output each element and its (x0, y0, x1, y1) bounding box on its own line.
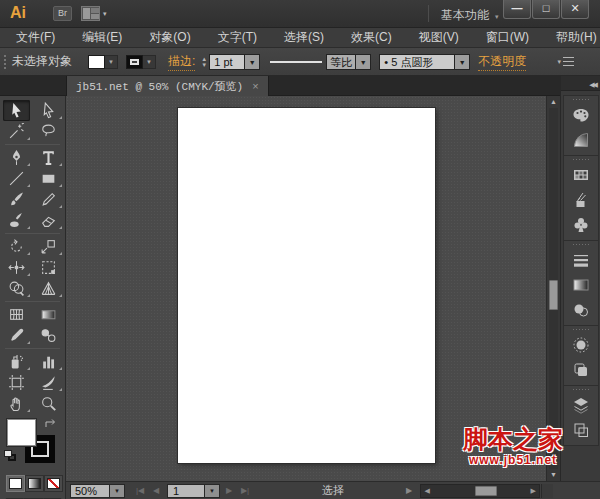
fill-color-control[interactable]: ▼ (88, 55, 118, 69)
tool-eraser[interactable] (33, 210, 66, 231)
horizontal-scrollbar[interactable]: ◀ ▶ (420, 484, 540, 498)
bridge-button[interactable]: Br (53, 6, 72, 21)
scroll-down-icon[interactable]: ▼ (547, 469, 560, 481)
panel-graphic-styles[interactable] (564, 357, 598, 382)
panel-swatches[interactable] (564, 162, 598, 187)
tool-eyedropper[interactable] (0, 325, 33, 346)
next-artboard-button[interactable]: ▶ (222, 486, 236, 495)
workspace-switcher[interactable]: 基本功能▾ (441, 7, 499, 24)
stroke-dropdown-button[interactable]: ▼ (143, 55, 156, 69)
panel-transparency[interactable] (564, 297, 598, 322)
tool-width[interactable] (0, 257, 33, 278)
panel-color-guide[interactable] (564, 127, 598, 152)
panel-color[interactable] (564, 102, 598, 127)
zoom-level-field[interactable]: 50% (70, 484, 110, 498)
last-artboard-button[interactable]: ▶| (238, 486, 252, 495)
scroll-left-icon[interactable]: ◀ (421, 485, 433, 497)
tool-rotate[interactable] (0, 236, 33, 257)
tool-lasso[interactable] (33, 121, 66, 142)
panel-layers[interactable] (564, 392, 598, 417)
horizontal-scroll-track[interactable] (433, 485, 527, 497)
tool-line-segment[interactable] (0, 168, 33, 189)
menu-window[interactable]: 窗口(W) (478, 27, 537, 48)
tool-artboard[interactable] (0, 372, 33, 393)
tool-blend[interactable] (33, 325, 66, 346)
menu-object[interactable]: 对象(O) (141, 27, 198, 48)
first-artboard-button[interactable]: |◀ (133, 486, 147, 495)
tool-zoom[interactable] (33, 393, 66, 414)
menu-edit[interactable]: 编辑(E) (74, 27, 130, 48)
tool-pencil[interactable] (33, 189, 66, 210)
panel-brushes[interactable] (564, 187, 598, 212)
width-profile-dropdown[interactable]: ▼ (356, 54, 371, 70)
close-button[interactable]: ✕ (561, 0, 589, 19)
menu-type[interactable]: 文字(T) (210, 27, 265, 48)
brush-dropdown[interactable]: ▼ (455, 54, 470, 70)
arrange-documents-button[interactable]: ▾ (81, 6, 107, 21)
panel-gradient[interactable] (564, 272, 598, 297)
opacity-panel-link[interactable]: 不透明度 (478, 53, 526, 71)
stroke-width-field[interactable]: 1 pt (209, 54, 245, 70)
vertical-scroll-track[interactable] (549, 108, 558, 469)
tool-scale[interactable] (33, 236, 66, 257)
menu-help[interactable]: 帮助(H) (548, 27, 600, 48)
tool-column-graph[interactable] (33, 351, 66, 372)
none-button[interactable] (44, 475, 63, 492)
tool-paintbrush[interactable] (0, 189, 33, 210)
tool-type[interactable] (33, 147, 66, 168)
tool-symbol-sprayer[interactable] (0, 351, 33, 372)
panel-appearance[interactable] (564, 332, 598, 357)
tool-blob-brush[interactable] (0, 210, 33, 231)
brush-definition-field[interactable]: • 5 点圆形 (379, 54, 455, 70)
zoom-dropdown-button[interactable]: ▼ (110, 484, 125, 498)
stroke-color-control[interactable]: ▼ (126, 55, 156, 69)
swap-fill-stroke-icon[interactable] (44, 418, 57, 433)
artboard-number-field[interactable]: 1 (167, 484, 205, 498)
stroke-color-swatch[interactable] (126, 55, 143, 69)
tool-slice[interactable] (33, 372, 66, 393)
menu-select[interactable]: 选择(S) (276, 27, 332, 48)
artboard[interactable] (178, 108, 435, 463)
scroll-up-icon[interactable]: ▲ (547, 96, 560, 108)
document-tab[interactable]: jb51.net @ 50% (CMYK/预览) × (66, 76, 269, 96)
color-button[interactable] (6, 475, 25, 492)
stroke-width-dropdown[interactable]: ▼ (245, 54, 260, 70)
scroll-right-icon[interactable]: ▶ (527, 485, 539, 497)
tool-gradient[interactable] (33, 304, 66, 325)
panel-stroke[interactable] (564, 247, 598, 272)
menu-file[interactable]: 文件(F) (8, 27, 63, 48)
menu-effect[interactable]: 效果(C) (343, 27, 400, 48)
tool-direct-selection[interactable] (33, 100, 66, 121)
fill-color-swatch[interactable] (88, 55, 105, 69)
fill-dropdown-button[interactable]: ▼ (105, 55, 118, 69)
tool-shape-builder[interactable] (0, 278, 33, 299)
fill-proxy[interactable] (7, 419, 36, 446)
tool-mesh[interactable] (0, 304, 33, 325)
tool-magic-wand[interactable] (0, 121, 33, 142)
tool-hand[interactable] (0, 393, 33, 414)
minimize-button[interactable]: — (503, 0, 531, 19)
vertical-scrollbar[interactable]: ▲ ▼ (546, 96, 560, 481)
artboard-dropdown-button[interactable]: ▼ (205, 484, 220, 498)
tool-perspective-grid[interactable] (33, 278, 66, 299)
stroke-width-stepper[interactable]: ▲ ▼ (201, 56, 207, 68)
horizontal-scroll-thumb[interactable] (475, 486, 497, 496)
tool-pen[interactable] (0, 147, 33, 168)
pasteboard[interactable] (66, 96, 546, 481)
panel-symbols[interactable] (564, 212, 598, 237)
stroke-panel-link[interactable]: 描边: (168, 53, 195, 71)
tool-selection[interactable] (3, 100, 30, 121)
maximize-button[interactable]: □ (532, 0, 560, 19)
tab-close-icon[interactable]: × (252, 81, 258, 92)
status-flyout-icon[interactable]: ▶ (406, 486, 412, 495)
control-panel-menu-button[interactable]: ▾ (557, 57, 574, 66)
menu-view[interactable]: 视图(V) (411, 27, 467, 48)
previous-artboard-button[interactable]: ◀ (149, 486, 163, 495)
stepper-down-icon[interactable]: ▼ (201, 62, 207, 68)
gradient-button[interactable] (25, 475, 44, 492)
panel-artboards[interactable] (564, 417, 598, 442)
expand-panels-icon[interactable]: ◀◀ (589, 81, 596, 88)
vertical-scroll-thumb[interactable] (549, 280, 558, 310)
tool-rectangle[interactable] (33, 168, 66, 189)
panel-gripper[interactable] (3, 54, 7, 70)
